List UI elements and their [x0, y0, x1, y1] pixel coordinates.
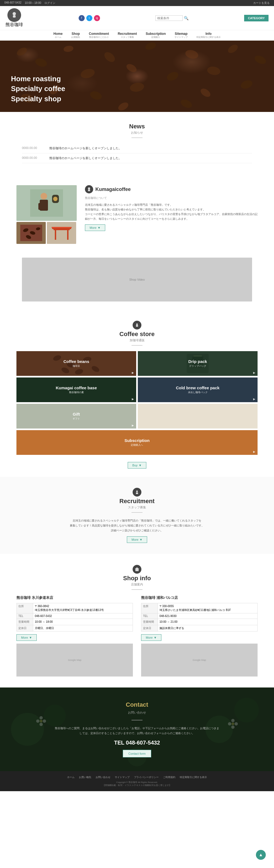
svg-point-20 [117, 101, 130, 112]
about-title: Kumagaicoffee [95, 187, 131, 192]
recruitment-more-button[interactable]: More ▼ [127, 536, 147, 543]
header-social: f t ig [79, 15, 100, 21]
shrine-svg [51, 225, 73, 241]
nav-commitment[interactable]: Commitment 熊谷珈琲のこだわり [84, 30, 113, 40]
search-input[interactable] [156, 16, 183, 21]
twitter-button[interactable]: t [86, 15, 92, 21]
shop-2-holiday-row: 定休日 施設休業日に準ずる [141, 625, 258, 631]
nav-shop[interactable]: Shop お買物先 [67, 30, 84, 40]
svg-point-11 [125, 63, 138, 74]
barista-svg [30, 189, 63, 217]
store-card-gift[interactable]: Gift ギフト ▶ [16, 404, 136, 429]
shop-1-more-button[interactable]: More ▼ [16, 634, 37, 641]
category-button[interactable]: CATEGORY [244, 15, 269, 22]
top-bar-login[interactable]: ログイン [44, 1, 55, 5]
svg-point-48 [74, 368, 84, 375]
shop-card-2: 熊谷珈琲 浦和パルコ店 住所 〒330-0055埼玉県さいたま市浦和区東高砂町1… [141, 595, 258, 677]
footer-link-sitemap[interactable]: サイトマップ [115, 776, 130, 779]
shop-2-table: 住所 〒330-0055埼玉県さいたま市浦和区東高砂町11番地1 浦和パルコ B… [141, 603, 258, 631]
footer-link-privacy[interactable]: プライバシーポリシー [134, 776, 159, 779]
svg-rect-42 [136, 325, 138, 327]
svg-point-3 [34, 57, 48, 68]
recruitment-section: Recruitment スタッフ募集 北埼玉の地域に愛されるスペシャルティ珈琲専… [0, 477, 274, 554]
nav-commitment-label-jp: 熊谷珈琲のこだわり [89, 36, 109, 39]
about-sub-image-1 [16, 222, 46, 244]
nav-info[interactable]: Info 特定商取引に関する表示 [192, 30, 225, 40]
store-card-subscription[interactable]: Subscription 定期購入へ ▶ [16, 430, 258, 455]
beans-svg [20, 225, 42, 241]
recruitment-title: Recruitment [33, 498, 241, 505]
shop-1-more-arrow: ▼ [29, 636, 32, 639]
shop-2-map[interactable]: Google Map [141, 644, 258, 677]
store-card-kumagai-base[interactable]: Kumagai coffee base 熊谷珈琲の素 ▶ [16, 377, 136, 402]
cold-brew-text: Cold brew coffee pack 水出し珈琲パック [176, 385, 219, 394]
shop-info-subtitle: 店舗案内 [16, 582, 258, 587]
svg-rect-1 [13, 16, 15, 18]
facebook-button[interactable]: f [79, 15, 85, 21]
svg-point-4 [63, 45, 74, 53]
shop-info-title: Shop info [16, 575, 258, 582]
subscription-label-en: Subscription [125, 438, 149, 443]
shop-1-map[interactable]: Google Map [16, 644, 133, 677]
news-item-1[interactable]: 0000.00.00 熊谷珈琲のホームページを新しくオープンしました。 [22, 144, 252, 153]
header-logo: 熊谷珈琲 [5, 8, 23, 28]
coffee-beans-arrow: ▶ [132, 371, 134, 374]
gift-label-en: Gift [73, 412, 80, 416]
contact-divider [132, 720, 142, 720]
shop-info-icon [133, 565, 141, 574]
store-card-coffee-beans[interactable]: Coffee beans 珈琲豆 ▶ [16, 351, 136, 376]
top-bar-cart[interactable]: カートを見る [253, 1, 270, 5]
contact-content: Contact お問い合わせ 熊谷珈琲へのご質問、まるはお問い合わせがございまし… [22, 701, 252, 757]
about-main-image [16, 185, 77, 221]
shop-1-address-value: 〒360-0842埼玉県熊谷市大字荒川岸野町3丁目46 氷川参道13番13号 [33, 603, 133, 613]
kumagai-base-label-jp: 熊谷珈琲の素 [56, 391, 97, 394]
shop-icon-svg [135, 567, 139, 572]
contact-subtitle: お問い合わせ [22, 710, 252, 715]
shop-2-tel-row: TEL 048-621-9030 [141, 613, 258, 619]
shop-info-icon-wrapper [16, 565, 258, 574]
store-buy-button[interactable]: Buy ▼ [128, 462, 146, 469]
shop-2-name: 熊谷珈琲 浦和パルコ店 [141, 595, 258, 600]
store-card-drip-pack[interactable]: Drip pack ドリップパック ▶ [138, 351, 258, 376]
instagram-button[interactable]: ig [94, 15, 100, 21]
nav-recruitment-label-en: Recruitment [118, 32, 137, 36]
footer-link-shop[interactable]: お買い物先 [79, 776, 91, 779]
store-card-cold-brew[interactable]: Cold brew coffee pack 水出し珈琲パック ▶ [138, 377, 258, 402]
svg-rect-40 [88, 190, 90, 191]
svg-point-39 [88, 187, 90, 190]
nav-shop-label-jp: お買物先 [71, 36, 80, 39]
svg-rect-37 [67, 230, 69, 240]
news-date-1: 0000.00.00 [22, 146, 44, 150]
nav-recruitment[interactable]: Recruitment スタッフ募集 [113, 30, 141, 40]
about-body: 北埼玉の地域に愛されるスペシャルティ珈琲専門店「熊谷珈琲」です。熊谷珈琲は、名も… [85, 203, 258, 221]
news-item-2[interactable]: 0000.00.00 熊谷珈琲のホームページを新しくオープンしました。 [22, 153, 252, 163]
svg-point-41 [136, 323, 138, 325]
contact-form-button[interactable]: Contact form [123, 750, 151, 757]
footer-link-tokutei[interactable]: 特定商取引に関する表示 [180, 776, 207, 779]
svg-point-43 [52, 354, 62, 362]
footer-link-terms[interactable]: ご利用規約 [163, 776, 175, 779]
shop-2-tel-value: 048-621-9030 [158, 613, 258, 619]
nav-subscription[interactable]: Subscription 定期購入 [141, 30, 170, 40]
footer-link-contact[interactable]: お問い合わせ [96, 776, 110, 779]
instagram-icon: ig [96, 17, 98, 20]
svg-point-0 [12, 12, 16, 16]
shop-2-more-button[interactable]: More ▼ [141, 634, 161, 641]
search-button[interactable]: 🔍 [184, 16, 189, 20]
nav-sitemap[interactable]: Sitemap サイトマップ [170, 30, 192, 40]
store-section-icon [16, 321, 258, 330]
shop-2-hours-row: 営業時間 10:00 ～ 21:00 [141, 619, 258, 625]
store-buy-arrow: ▼ [139, 464, 142, 467]
subscription-text: Subscription 定期購入へ [125, 438, 149, 447]
about-content: Kumagaicoffee 熊谷珈琲について 北埼玉の地域に愛されるスペシャルテ… [85, 185, 258, 231]
nav-home[interactable]: Home ホーム [49, 30, 67, 40]
about-more-button[interactable]: More ▼ [85, 224, 105, 231]
nav-info-label-jp: 特定商取引に関する表示 [197, 36, 220, 39]
svg-point-27 [53, 197, 58, 201]
footer-link-home[interactable]: ホーム [67, 776, 74, 779]
shop-1-address-label: 住所 [17, 603, 33, 613]
video-placeholder[interactable]: Shop Video [22, 257, 252, 302]
nav-home-label-jp: ホーム [55, 36, 61, 39]
svg-point-13 [207, 66, 221, 76]
svg-point-16 [129, 82, 145, 93]
